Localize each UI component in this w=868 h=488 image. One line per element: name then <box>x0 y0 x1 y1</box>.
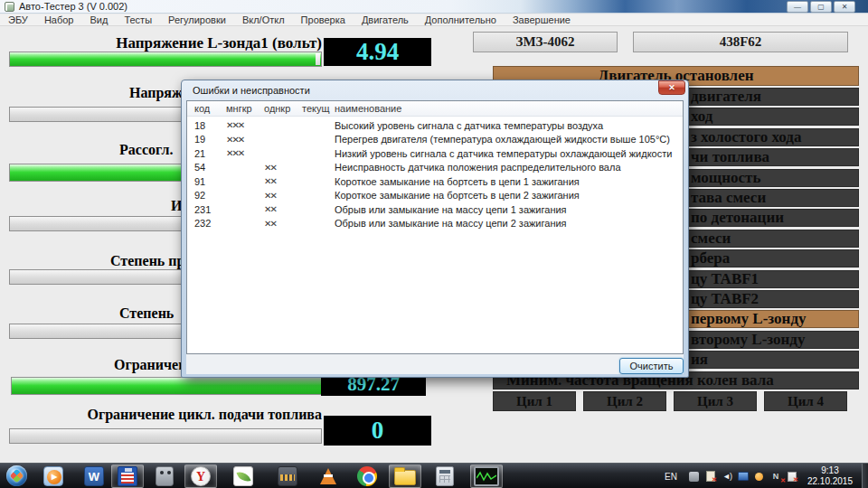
auto-tester-oscilloscope-icon[interactable] <box>470 465 503 488</box>
robot-app-icon[interactable] <box>148 465 181 488</box>
app-icon <box>5 2 14 12</box>
menu-bar: ЭБУ Набор Вид Тесты Регулировки Вкл/Откл… <box>0 14 868 26</box>
errors-table-body: 18 ✕✕✕ Высокий уровень сигнала с датчика… <box>187 118 683 230</box>
gauge7-label: Ограничен <box>114 357 186 373</box>
cylinder-3-button[interactable]: Цил 3 <box>674 391 757 411</box>
col-code[interactable]: код <box>194 103 226 114</box>
error-row[interactable]: 92 ✕✕ Короткое замыкание на бортсеть в ц… <box>187 189 683 203</box>
language-indicator[interactable]: EN <box>665 472 677 482</box>
system-tray: EN ◄) N 9:13 22.10.2015 <box>665 464 868 488</box>
tray-volume-icon[interactable]: ◄) <box>721 470 733 483</box>
error-description: Высокий уровень сигнала с датчика темпер… <box>335 120 683 131</box>
taskbar-clock[interactable]: 9:13 22.10.2015 <box>807 465 853 487</box>
maximize-button[interactable]: ▢ <box>810 1 832 13</box>
clear-errors-button[interactable]: Очистить <box>619 358 684 374</box>
tray-flag-problem-icon[interactable] <box>786 470 798 483</box>
error-single-mark: ✕✕ <box>264 176 302 186</box>
close-button[interactable]: ✕ <box>834 1 855 13</box>
tray-clipboard-blocked-icon[interactable] <box>704 470 717 483</box>
media-player-icon[interactable]: ▶ <box>37 465 70 488</box>
gauge8-bar <box>9 428 322 444</box>
ecu-type-button[interactable]: ЗМЗ-4062 <box>473 32 618 52</box>
tray-sync-disabled-icon[interactable]: N <box>769 470 782 483</box>
movie-maker-icon[interactable] <box>271 465 304 488</box>
clock-date: 22.10.2015 <box>807 476 853 486</box>
col-single[interactable]: однкр <box>264 103 302 114</box>
error-multiple-mark: ✕✕✕ <box>226 135 264 145</box>
error-code: 19 <box>194 134 226 145</box>
tray-device-icon[interactable] <box>688 470 701 483</box>
graphics-feather-icon[interactable] <box>227 465 259 488</box>
gauge6-label: Степень <box>119 305 174 322</box>
menu-nabor[interactable]: Набор <box>36 14 82 26</box>
col-current[interactable]: текущ <box>302 103 335 114</box>
error-single-mark: ✕✕ <box>264 204 302 214</box>
gauge7-bar <box>11 377 322 395</box>
app-title: Авто-Тестер 3 (V 0.002) <box>19 0 127 14</box>
cylinder-1-button[interactable]: Цил 1 <box>493 391 576 411</box>
menu-vkl-otkl[interactable]: Вкл/Откл <box>234 14 293 26</box>
app-titlebar[interactable]: Авто-Тестер 3 (V 0.002) — ▢ ✕ <box>0 0 868 14</box>
gauge3-label: Рассогл. <box>119 142 173 158</box>
error-row[interactable]: 231 ✕✕ Обрыв или замыкание на массу цепи… <box>187 202 683 217</box>
taskbar: ▶ W Y EN ◄) N 9:13 22.10.2015 <box>0 463 868 488</box>
error-code: 92 <box>194 190 226 201</box>
clock-time: 9:13 <box>821 465 838 475</box>
error-row[interactable]: 54 ✕✕ Неисправность датчика положения ра… <box>187 161 683 175</box>
error-single-mark: ✕✕ <box>264 219 302 229</box>
menu-vid[interactable]: Вид <box>81 14 116 26</box>
error-row[interactable]: 232 ✕✕ Обрыв или замыкание на массу цепи… <box>187 217 683 231</box>
gauge8-value: 0 <box>324 416 431 446</box>
gauge2-label: Напряж <box>129 85 183 101</box>
menu-proverka[interactable]: Проверка <box>293 14 354 26</box>
error-description: Перегрев двигателя (температура охлаждаю… <box>335 134 683 145</box>
menu-zavershenie[interactable]: Завершение <box>505 14 579 26</box>
dialog-footer <box>186 354 684 374</box>
menu-testy[interactable]: Тесты <box>116 14 160 26</box>
errors-table-header: код мнгкр однкр текущ наименование <box>187 101 683 117</box>
menu-dvigatel[interactable]: Двигатель <box>354 14 417 26</box>
tray-display-icon[interactable] <box>737 470 750 483</box>
chrome-icon[interactable] <box>351 465 383 488</box>
yandex-browser-icon[interactable]: Y <box>184 465 217 488</box>
dialog-close-icon[interactable]: ✕ <box>658 80 685 95</box>
gauge8-label: Ограничение цикл. подачи топлива <box>86 407 322 423</box>
error-row[interactable]: 91 ✕✕ Короткое замыкание на бортсеть в ц… <box>187 174 683 189</box>
word-icon[interactable]: W <box>78 465 110 488</box>
error-code: 54 <box>194 162 226 173</box>
menu-regulirovki[interactable]: Регулировки <box>160 14 234 26</box>
error-code: 231 <box>194 204 226 215</box>
start-button-icon[interactable] <box>6 465 27 486</box>
ecu-firmware-button[interactable]: 438F62 <box>633 32 848 52</box>
col-name[interactable]: наименование <box>335 103 683 114</box>
gauge1-bar <box>9 52 322 67</box>
error-description: Неисправность датчика положения распреде… <box>335 162 683 173</box>
menu-ebu[interactable]: ЭБУ <box>0 14 36 26</box>
explorer-folder-icon[interactable] <box>389 465 421 488</box>
minimize-button[interactable]: — <box>787 1 808 13</box>
col-multiple[interactable]: мнгкр <box>226 103 264 114</box>
error-description: Обрыв или замыкание на массу цепи 1 зажи… <box>335 204 683 215</box>
error-row[interactable]: 18 ✕✕✕ Высокий уровень сигнала с датчика… <box>187 118 683 133</box>
cylinder-4-button[interactable]: Цил 4 <box>764 391 847 411</box>
vlc-cone-icon[interactable] <box>312 465 344 488</box>
error-description: Короткое замыкание на бортсеть в цепи 1 … <box>335 176 683 187</box>
errors-dialog-titlebar[interactable]: Ошибки и неисправности <box>182 80 688 100</box>
error-row[interactable]: 21 ✕✕✕ Низкий уровень сигнала с датчика … <box>187 146 683 161</box>
error-description: Низкий уровень сигнала с датчика темпера… <box>335 148 683 159</box>
error-code: 91 <box>194 176 226 187</box>
error-code: 21 <box>194 148 226 159</box>
gauge1-bar-remainder <box>316 53 320 65</box>
tray-security-icon[interactable] <box>753 470 766 483</box>
save-floppy-icon[interactable] <box>111 465 144 488</box>
error-description: Короткое замыкание на бортсеть в цепи 2 … <box>335 190 683 201</box>
error-single-mark: ✕✕ <box>264 191 302 201</box>
error-row[interactable]: 19 ✕✕✕ Перегрев двигателя (температура о… <box>187 133 683 147</box>
show-desktop-button[interactable] <box>862 464 868 488</box>
desktop: { "colors":{"accent_brown":"#b3804e","ba… <box>0 0 868 488</box>
calculator-icon[interactable] <box>429 465 461 488</box>
cylinder-2-button[interactable]: Цил 2 <box>583 391 666 411</box>
error-code: 232 <box>194 218 226 229</box>
menu-dopolnitelno[interactable]: Дополнительно <box>417 14 505 26</box>
error-multiple-mark: ✕✕✕ <box>226 120 264 130</box>
